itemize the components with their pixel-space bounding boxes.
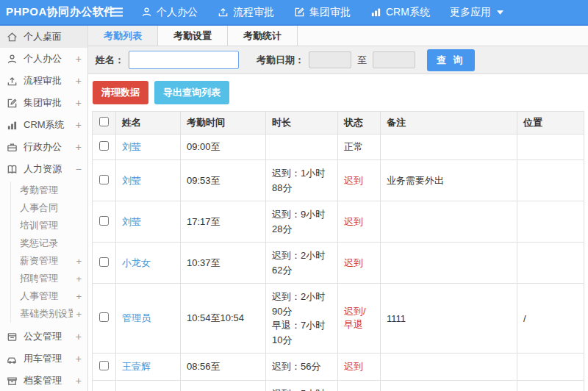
name-cell: 王壹辉 bbox=[116, 354, 181, 381]
top-navigation: 个人办公流程审批集团审批CRM系统更多应用 bbox=[141, 6, 523, 19]
row-checkbox[interactable] bbox=[99, 175, 109, 184]
topnav-item[interactable]: 集团审批 bbox=[294, 6, 351, 19]
expand-toggle-icon[interactable]: + bbox=[73, 309, 82, 320]
archive-icon bbox=[7, 376, 18, 387]
row-checkbox[interactable] bbox=[99, 361, 109, 370]
export-list-button[interactable]: 导出查询列表 bbox=[154, 81, 229, 104]
employee-name-link[interactable]: 刘莹 bbox=[122, 216, 141, 227]
expand-toggle-icon[interactable]: + bbox=[73, 97, 82, 109]
sidebar-item[interactable]: 档案管理+ bbox=[0, 370, 87, 391]
sidebar-item[interactable]: 个人办公+ bbox=[0, 48, 87, 70]
expand-toggle-icon[interactable]: + bbox=[73, 273, 82, 284]
row-checkbox[interactable] bbox=[99, 216, 109, 226]
duration-cell: 迟到：2小时90分 早退：7小时10分 bbox=[266, 284, 338, 354]
expand-toggle-icon[interactable]: + bbox=[73, 119, 82, 131]
topnav-item[interactable]: 流程审批 bbox=[218, 6, 274, 19]
employee-name-link[interactable]: 小龙女 bbox=[122, 257, 151, 268]
remark-cell: 业务需要外出 bbox=[381, 160, 517, 201]
search-button[interactable]: 查 询 bbox=[427, 49, 475, 71]
name-cell: 黄蓉 bbox=[116, 380, 181, 391]
sidebar-item[interactable]: 人力资源− bbox=[0, 158, 87, 180]
clean-data-button[interactable]: 清理数据 bbox=[93, 81, 148, 104]
sidebar-item[interactable]: 用车管理+ bbox=[0, 348, 87, 370]
expand-toggle-icon[interactable]: + bbox=[73, 75, 82, 87]
doc-icon bbox=[7, 331, 18, 342]
location-cell: / bbox=[517, 284, 584, 354]
topnav-item[interactable]: CRM系统 bbox=[370, 6, 430, 19]
expand-toggle-icon[interactable]: + bbox=[73, 331, 82, 342]
table-row: 刘莹09:53至迟到：1小时88分迟到业务需要外出 bbox=[93, 160, 584, 201]
name-cell: 刘莹 bbox=[116, 134, 181, 160]
topnav-item[interactable]: 更多应用 bbox=[450, 6, 503, 19]
row-checkbox[interactable] bbox=[99, 312, 109, 322]
table-row: 管理员10:54至10:54迟到：2小时90分 早退：7小时10分迟到/早退11… bbox=[93, 284, 584, 354]
name-cell: 管理员 bbox=[116, 284, 181, 354]
sidebar-item[interactable]: 集团审批+ bbox=[0, 92, 87, 114]
expand-toggle-icon[interactable]: + bbox=[73, 256, 82, 267]
sidebar-subitem[interactable]: 薪资管理+ bbox=[11, 252, 87, 270]
duration-cell: 迟到：9小时28分 bbox=[266, 201, 338, 243]
sidebar-item[interactable]: 行政办公+ bbox=[0, 136, 87, 158]
expand-toggle-icon[interactable]: + bbox=[73, 141, 82, 153]
row-checkbox[interactable] bbox=[99, 141, 109, 151]
select-all-cell bbox=[93, 112, 116, 134]
topnav-item[interactable]: 个人办公 bbox=[141, 6, 198, 19]
expand-toggle-icon[interactable]: + bbox=[73, 291, 82, 302]
topnav-item-label: 个人办公 bbox=[157, 6, 198, 19]
date-to-input[interactable] bbox=[373, 51, 415, 68]
sidebar-subitem[interactable]: 奖惩记录 bbox=[11, 234, 87, 252]
flow-icon bbox=[218, 7, 229, 18]
flow-icon bbox=[7, 76, 18, 87]
expand-toggle-icon[interactable]: + bbox=[73, 353, 82, 365]
tab-1[interactable]: 考勤列表 bbox=[88, 26, 158, 46]
sidebar-item[interactable]: 个人桌面 bbox=[0, 26, 87, 48]
remark-cell bbox=[381, 380, 517, 391]
status-cell: 迟到 bbox=[338, 354, 381, 381]
row-select-cell bbox=[93, 134, 116, 160]
select-all-checkbox[interactable] bbox=[99, 117, 109, 126]
sidebar-item-label: 集团审批 bbox=[24, 96, 62, 110]
sidebar-subitem[interactable]: 考勤管理 bbox=[11, 182, 87, 199]
topnav-item-label: 集团审批 bbox=[309, 6, 351, 19]
employee-name-link[interactable]: 王壹辉 bbox=[122, 361, 151, 372]
sidebar-item[interactable]: CRM系统+ bbox=[0, 114, 87, 136]
sidebar-subitem[interactable]: 人事管理+ bbox=[11, 287, 87, 305]
sidebar-subitem-label: 基础类别设置 bbox=[20, 307, 73, 320]
sidebar-item-label: 档案管理 bbox=[24, 374, 62, 387]
name-cell: 刘莹 bbox=[116, 160, 181, 201]
name-filter-input[interactable] bbox=[129, 51, 239, 69]
sidebar-subitem[interactable]: 基础类别设置+ bbox=[11, 305, 87, 323]
employee-name-link[interactable]: 刘莹 bbox=[122, 141, 141, 152]
table-row: 刘莹09:00至正常 bbox=[93, 134, 584, 160]
column-header: 考勤时间 bbox=[181, 112, 266, 134]
sidebar-subitem-label: 奖惩记录 bbox=[20, 237, 58, 250]
status-cell: 迟到 bbox=[338, 243, 381, 284]
topnav-item-label: CRM系统 bbox=[386, 6, 430, 19]
sidebar-item[interactable]: 公文管理+ bbox=[0, 326, 87, 348]
tab-2[interactable]: 考勤设置 bbox=[158, 26, 228, 46]
time-cell: 10:37至 bbox=[181, 243, 266, 284]
date-to-label: 至 bbox=[357, 54, 367, 67]
table-row: 刘莹17:17至迟到：9小时28分迟到 bbox=[93, 201, 584, 243]
table-row: 黄蓉13:20至13:20迟到：5小时33分 早退：4小时67分迟到/早退/ bbox=[93, 380, 584, 391]
row-checkbox[interactable] bbox=[99, 257, 109, 267]
employee-name-link[interactable]: 刘莹 bbox=[122, 175, 141, 186]
caret-down-icon bbox=[497, 10, 503, 15]
edit-icon bbox=[294, 7, 305, 18]
time-cell: 17:17至 bbox=[181, 201, 266, 243]
sidebar-item[interactable]: 流程审批+ bbox=[0, 70, 87, 92]
column-header: 位置 bbox=[517, 112, 584, 134]
sidebar-subitem[interactable]: 招聘管理+ bbox=[11, 270, 87, 287]
expand-toggle-icon[interactable]: + bbox=[73, 53, 82, 65]
user-icon bbox=[141, 7, 152, 18]
date-from-input[interactable] bbox=[309, 51, 351, 68]
hamburger-menu-icon[interactable] bbox=[110, 7, 123, 17]
employee-name-link[interactable]: 管理员 bbox=[122, 312, 151, 323]
expand-toggle-icon[interactable]: + bbox=[73, 375, 82, 387]
sidebar-subitem[interactable]: 人事合同 bbox=[11, 199, 87, 217]
expand-toggle-icon[interactable]: − bbox=[73, 163, 82, 175]
tab-3[interactable]: 考勤统计 bbox=[228, 26, 298, 46]
app-window: PHPOA协同办公软件 个人办公流程审批集团审批CRM系统更多应用 个人桌面个人… bbox=[0, 0, 588, 391]
sidebar-subitem[interactable]: 培训管理 bbox=[11, 217, 87, 234]
location-cell bbox=[517, 354, 584, 381]
